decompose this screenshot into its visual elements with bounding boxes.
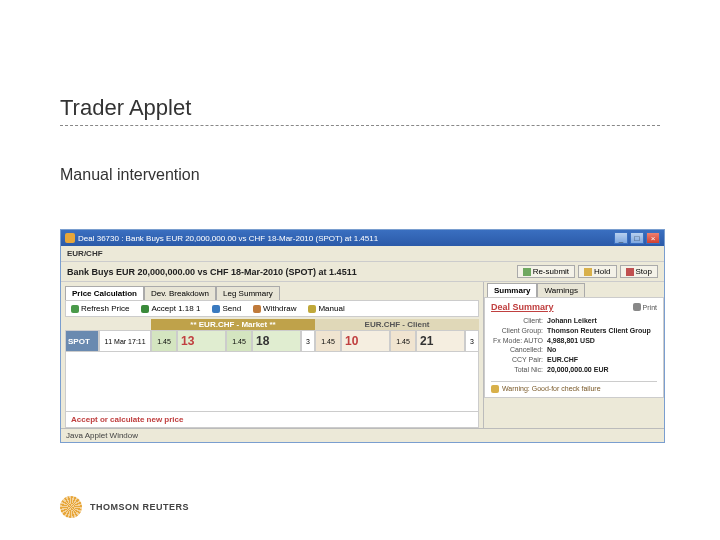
- warning-row: Warning: Good-for check failure: [491, 381, 657, 393]
- market-bid-handle: 1.45: [151, 330, 177, 352]
- trader-applet-window: Deal 36730 : Bank Buys EUR 20,000,000.00…: [60, 229, 665, 443]
- close-button[interactable]: ×: [646, 232, 660, 244]
- market-ask-pips: 18: [252, 330, 301, 352]
- page-subtitle: Manual intervention: [60, 166, 660, 184]
- refresh-label: Refresh Price: [81, 304, 129, 313]
- window-titlebar[interactable]: Deal 36730 : Bank Buys EUR 20,000,000.00…: [61, 230, 664, 246]
- client-bid-pips: 10: [341, 330, 390, 352]
- accept-button[interactable]: Accept 1.18 1: [138, 304, 203, 313]
- withdraw-button[interactable]: Withdraw: [250, 304, 299, 313]
- price-toolbar: Refresh Price Accept 1.18 1 Send Withdra…: [65, 300, 479, 317]
- withdraw-label: Withdraw: [263, 304, 296, 313]
- warning-icon: [491, 385, 499, 393]
- accept-label: Accept 1.18 1: [151, 304, 200, 313]
- ccypair-key: CCY Pair:: [491, 355, 547, 365]
- group-market-header: ** EUR.CHF - Market **: [151, 319, 315, 330]
- tab-dev-breakdown[interactable]: Dev. Breakdown: [144, 286, 216, 300]
- hold-label: Hold: [594, 267, 610, 276]
- price-grid: ** EUR.CHF - Market ** EUR.CHF - Client …: [65, 319, 479, 352]
- manual-label: Manual: [318, 304, 344, 313]
- client-ask-handle: 1.45: [390, 330, 416, 352]
- page-title: Trader Applet: [60, 95, 660, 121]
- accept-icon: [141, 305, 149, 313]
- left-pane: Price Calculation Dev. Breakdown Leg Sum…: [61, 282, 484, 428]
- print-button[interactable]: Print: [633, 303, 657, 311]
- clientgroup-key: Client Group:: [491, 326, 547, 336]
- deal-summary-title: Deal Summary: [491, 302, 554, 312]
- cancelled-value: No: [547, 345, 556, 355]
- warning-text: Warning: Good-for check failure: [502, 385, 601, 392]
- tab-summary[interactable]: Summary: [487, 283, 537, 297]
- group-client-header: EUR.CHF - Client: [315, 319, 479, 330]
- window-title: Deal 36730 : Bank Buys EUR 20,000,000.00…: [78, 234, 378, 243]
- client-value: Johann Leikert: [547, 316, 597, 326]
- fx-key: Fx Mode: AUTO: [491, 336, 547, 346]
- refresh-icon: [71, 305, 79, 313]
- tab-leg-summary[interactable]: Leg Summary: [216, 286, 280, 300]
- status-message: Accept or calculate new price: [65, 412, 479, 428]
- hold-button[interactable]: Hold: [578, 265, 616, 278]
- minimize-button[interactable]: _: [614, 232, 628, 244]
- brand-footer: THOMSON REUTERS: [60, 496, 189, 518]
- stop-icon: [626, 268, 634, 276]
- grid-empty-area: [65, 352, 479, 412]
- print-icon: [633, 303, 641, 311]
- refresh-price-button[interactable]: Refresh Price: [68, 304, 132, 313]
- stop-button[interactable]: Stop: [620, 265, 658, 278]
- app-icon: [65, 233, 75, 243]
- applet-status-bar: Java Applet Window: [61, 428, 664, 442]
- manual-icon: [308, 305, 316, 313]
- ccy-pair-label: EUR/CHF: [61, 246, 664, 262]
- total-value: 20,000,000.00 EUR: [547, 365, 609, 375]
- send-icon: [212, 305, 220, 313]
- market-ask-handle: 1.45: [226, 330, 252, 352]
- client-ex: 3: [465, 330, 479, 352]
- client-bid-handle: 1.45: [315, 330, 341, 352]
- right-pane: Summary Warnings Deal Summary Print Clie…: [484, 282, 664, 428]
- stop-label: Stop: [636, 267, 652, 276]
- thomson-reuters-logo-icon: [60, 496, 82, 518]
- maximize-button[interactable]: □: [630, 232, 644, 244]
- send-button[interactable]: Send: [209, 304, 244, 313]
- resubmit-icon: [523, 268, 531, 276]
- total-key: Total Nic:: [491, 365, 547, 375]
- market-ex: 3: [301, 330, 315, 352]
- market-quote[interactable]: 1.45 13 1.45 18 3: [151, 330, 315, 352]
- client-key: Client:: [491, 316, 547, 326]
- brand-name: THOMSON REUTERS: [90, 502, 189, 512]
- fx-value: 4,988,801 USD: [547, 336, 595, 346]
- row-label: SPOT: [65, 330, 99, 352]
- table-row: SPOT 11 Mar 17:11 1.45 13 1.45 18 3 1.45: [65, 330, 479, 352]
- withdraw-icon: [253, 305, 261, 313]
- market-bid-pips: 13: [177, 330, 226, 352]
- clientgroup-value: Thomson Reuters Client Group: [547, 326, 651, 336]
- title-divider: [60, 125, 660, 126]
- row-time: 11 Mar 17:11: [99, 330, 151, 352]
- hold-icon: [584, 268, 592, 276]
- resubmit-button[interactable]: Re-submit: [517, 265, 575, 278]
- ccypair-value: EUR.CHF: [547, 355, 578, 365]
- cancelled-key: Cancelled:: [491, 345, 547, 355]
- client-ask-pips: 21: [416, 330, 465, 352]
- tab-price-calculation[interactable]: Price Calculation: [65, 286, 144, 300]
- print-label: Print: [643, 304, 657, 311]
- manual-button[interactable]: Manual: [305, 304, 347, 313]
- tab-warnings[interactable]: Warnings: [537, 283, 585, 297]
- resubmit-label: Re-submit: [533, 267, 569, 276]
- deal-headline: Bank Buys EUR 20,000,000.00 vs CHF 18-Ma…: [67, 267, 357, 277]
- send-label: Send: [222, 304, 241, 313]
- client-quote[interactable]: 1.45 10 1.45 21 3: [315, 330, 479, 352]
